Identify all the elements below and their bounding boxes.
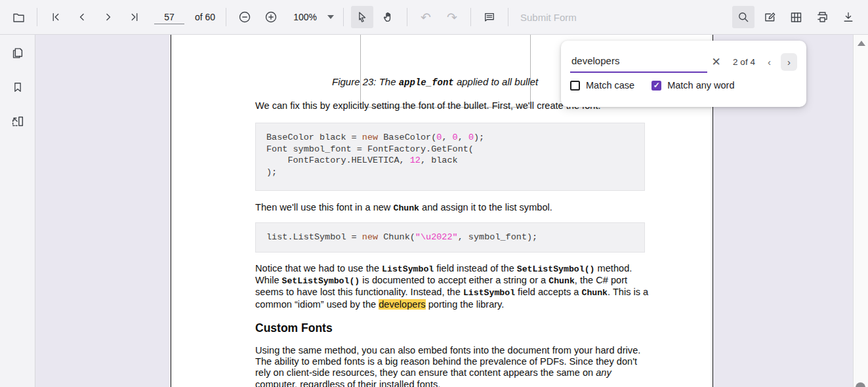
- separator: [470, 8, 471, 26]
- bookmark-icon: [11, 81, 24, 96]
- organize-pages-panel-button[interactable]: [7, 112, 28, 133]
- paragraph: Notice that we had to use the ListSymbol…: [255, 263, 650, 310]
- next-page-button[interactable]: [97, 6, 119, 28]
- search-popup-row: ✕ 2 of 4 ‹ ›: [570, 49, 797, 75]
- separator: [226, 8, 226, 26]
- figure-image: [360, 35, 531, 108]
- print-button[interactable]: [811, 6, 833, 28]
- hand-pan-icon: [382, 10, 395, 24]
- separator: [508, 8, 508, 26]
- match-case-checkbox[interactable]: [570, 81, 580, 91]
- comment-icon: [483, 10, 496, 24]
- submit-form-button[interactable]: Submit Form: [520, 12, 577, 23]
- next-match-button[interactable]: ›: [781, 53, 797, 71]
- match-any-word-label: Match any word: [667, 80, 734, 91]
- search-icon: [737, 10, 750, 24]
- download-icon: [842, 10, 855, 24]
- cursor-select-icon: [356, 10, 369, 24]
- select-tool-button[interactable]: [351, 6, 373, 28]
- match-any-word-checkbox[interactable]: ✓: [651, 81, 661, 91]
- page-thumbnails-icon: [10, 46, 25, 63]
- match-case-label: Match case: [586, 80, 634, 91]
- zoom-level-value: 100%: [293, 12, 317, 22]
- chevron-right-icon: ›: [787, 56, 791, 68]
- redo-icon: ↷: [447, 11, 457, 24]
- last-page-button[interactable]: [123, 6, 146, 28]
- code-block: list.ListSymbol = new Chunk("\u2022", sy…: [255, 222, 645, 253]
- toolbar-right: [730, 0, 861, 34]
- undo-icon: ↶: [421, 11, 431, 24]
- open-file-button[interactable]: [7, 6, 30, 28]
- previous-match-button[interactable]: ‹: [762, 53, 777, 70]
- code-block: BaseColor black = new BaseColor(0, 0, 0)…: [255, 123, 645, 191]
- annotation-button[interactable]: [758, 6, 781, 28]
- toolbar: of 60 100% ↶: [0, 0, 868, 35]
- section-heading: Custom Fonts: [255, 321, 333, 335]
- first-page-button[interactable]: [45, 6, 67, 28]
- left-sidebar: [0, 35, 35, 387]
- zoom-out-icon: [238, 10, 252, 24]
- main-area: Figure 23: The apple_font applied to all…: [0, 35, 868, 387]
- last-page-icon: [128, 10, 141, 24]
- zoom-in-icon: [264, 10, 278, 24]
- folder-icon: [12, 10, 26, 24]
- previous-page-button[interactable]: [71, 6, 93, 28]
- separator: [407, 8, 407, 26]
- scroll-down-icon[interactable]: [856, 382, 865, 387]
- figure-caption: Figure 23: The apple_font applied to all…: [332, 76, 538, 88]
- search-popup: ✕ 2 of 4 ‹ › Match case ✓ Match any word: [561, 41, 806, 107]
- pan-tool-button[interactable]: [377, 6, 400, 28]
- close-search-button[interactable]: ✕: [709, 53, 724, 70]
- paragraph: Then we'll use this font in a new Chunk …: [255, 202, 650, 214]
- first-page-icon: [49, 10, 62, 24]
- vertical-scrollbar[interactable]: [853, 35, 868, 387]
- organize-pages-panel-icon: [10, 114, 25, 131]
- separator: [343, 8, 344, 26]
- annotation-icon: [763, 10, 777, 24]
- page-thumbnails-button[interactable]: [7, 44, 28, 65]
- organize-pages-icon: [789, 10, 803, 24]
- zoom-in-button[interactable]: [260, 6, 282, 28]
- page-count-label: of 60: [195, 12, 215, 22]
- download-button[interactable]: [837, 6, 859, 28]
- next-page-icon: [102, 10, 115, 24]
- scroll-up-icon[interactable]: [858, 41, 865, 46]
- check-icon: ✓: [653, 81, 660, 90]
- print-icon: [816, 10, 829, 24]
- zoom-out-button[interactable]: [234, 6, 256, 28]
- chevron-down-icon: [327, 15, 334, 19]
- search-match-count: 2 of 4: [733, 57, 755, 67]
- search-options-row: Match case ✓ Match any word: [570, 80, 797, 91]
- separator: [37, 8, 37, 26]
- close-icon: ✕: [711, 55, 720, 69]
- previous-page-icon: [75, 10, 89, 24]
- paragraph: Using the same method, you can also embe…: [255, 345, 650, 387]
- undo-button[interactable]: ↶: [415, 6, 437, 28]
- organize-pages-button[interactable]: [785, 6, 807, 28]
- search-input[interactable]: [570, 51, 707, 73]
- bookmarks-button[interactable]: [7, 78, 28, 99]
- page-number-input[interactable]: [154, 10, 184, 24]
- redo-button[interactable]: ↷: [441, 6, 463, 28]
- zoom-level-select[interactable]: 100%: [288, 12, 334, 22]
- match-case-option[interactable]: Match case: [570, 80, 634, 91]
- match-any-word-option[interactable]: ✓ Match any word: [651, 80, 734, 91]
- search-button[interactable]: [732, 6, 754, 28]
- comment-button[interactable]: [478, 6, 501, 28]
- chevron-left-icon: ‹: [768, 56, 771, 68]
- toolbar-left: of 60 100% ↶: [5, 0, 577, 34]
